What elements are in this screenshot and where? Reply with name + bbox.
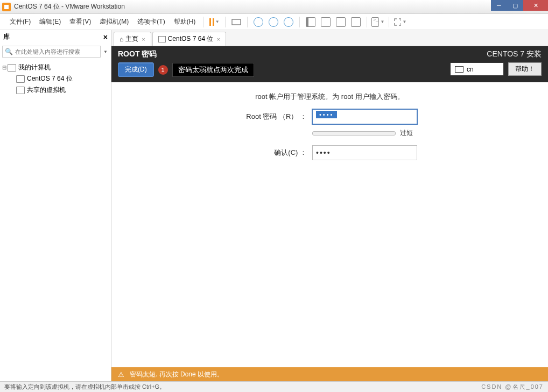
library-sidebar: 库 × 🔍 ▼ ⊟ 我的计算机 CentOS 7 64 位 共享的: [0, 30, 111, 381]
divider: [247, 17, 248, 27]
menu-vm[interactable]: 虚拟机(M): [95, 17, 133, 26]
keyboard-indicator[interactable]: cn: [450, 62, 504, 76]
menu-view[interactable]: 查看(V): [65, 17, 95, 26]
snapshot-icon: [254, 17, 263, 27]
confirm-password-input[interactable]: ••••: [312, 145, 417, 160]
manage-button[interactable]: [282, 16, 295, 28]
menu-tabs[interactable]: 选项卡(T): [133, 17, 169, 26]
annotation-badge: 1: [158, 65, 168, 75]
tree-shared-vms[interactable]: 共享的虚拟机: [1, 84, 110, 96]
pause-button[interactable]: ▼: [208, 16, 221, 28]
library-tree: ⊟ 我的计算机 CentOS 7 64 位 共享的虚拟机: [0, 60, 111, 98]
search-input[interactable]: [15, 48, 98, 55]
divider: [389, 17, 389, 27]
fullscreen-icon: [394, 18, 401, 26]
pause-icon: [209, 18, 214, 26]
password-strength-bar: [312, 131, 396, 136]
menu-edit[interactable]: 编辑(E): [35, 17, 65, 26]
sidebar-close-button[interactable]: ×: [103, 33, 108, 41]
keyboard-icon: [231, 18, 241, 26]
tree-label: 我的计算机: [18, 63, 51, 72]
tab-centos[interactable]: CentOS 7 64 位 ×: [152, 32, 226, 46]
chevron-down-icon: ▼: [215, 19, 220, 24]
vm-icon: [16, 75, 25, 83]
fullscreen-button[interactable]: ▼: [394, 16, 406, 28]
tab-close-button[interactable]: ×: [216, 36, 220, 42]
view-button-4[interactable]: [349, 16, 362, 28]
maximize-button[interactable]: ▢: [507, 0, 523, 11]
manage-icon: [284, 17, 293, 27]
svg-rect-0: [232, 19, 241, 25]
collapse-icon[interactable]: ⊟: [1, 65, 8, 70]
password-strength-text: 过短: [400, 129, 417, 138]
tree-my-computer[interactable]: ⊟ 我的计算机: [1, 62, 110, 73]
tab-label: 主页: [125, 34, 138, 44]
tab-home[interactable]: ⌂ 主页 ×: [114, 32, 151, 46]
divider: [367, 17, 367, 27]
header-right: CENTOS 7 安装 cn 帮助！: [450, 49, 542, 77]
help-button[interactable]: 帮助！: [508, 62, 542, 76]
menu-file[interactable]: 文件(F): [5, 17, 35, 26]
main-layout: 库 × 🔍 ▼ ⊟ 我的计算机 CentOS 7 64 位 共享的: [0, 30, 548, 381]
annotation-tip: 密码太弱就点两次完成: [172, 63, 254, 77]
vm-icon: [158, 36, 166, 42]
tree-centos-vm[interactable]: CentOS 7 64 位: [1, 73, 110, 84]
anaconda-header: ROOT 密码 完成(D) 1 密码太弱就点两次完成 CENTOS 7 安装 c…: [111, 46, 548, 82]
confirm-password-row: 确认(C) ： ••••: [111, 145, 548, 160]
app-icon: [2, 3, 11, 11]
menubar: 文件(F) 编辑(E) 查看(V) 虚拟机(M) 选项卡(T) 帮助(H) ▼ …: [0, 14, 548, 30]
view-icon: [306, 17, 315, 27]
window-title: CentOS 7 64 位 - VMware Workstation: [14, 2, 125, 11]
search-icon: 🔍: [5, 48, 13, 55]
tree-label: 共享的虚拟机: [27, 85, 66, 95]
form-area: root 帐户用于管理系统。为 root 用户输入密码。 Root 密码 （R）…: [111, 82, 548, 381]
statusbar: 要将输入定向到该虚拟机，请在虚拟机内部单击或按 Ctrl+G。 CSDN @名尺…: [0, 381, 548, 392]
view-button-2[interactable]: [319, 16, 332, 28]
done-row: 完成(D) 1 密码太弱就点两次完成: [118, 62, 254, 77]
search-row: 🔍 ▼: [0, 44, 111, 60]
view-button-3[interactable]: [334, 16, 347, 28]
tab-label: CentOS 7 64 位: [168, 34, 214, 44]
window-controls: ─ ▢ ✕: [491, 0, 548, 11]
tab-close-button[interactable]: ×: [142, 36, 145, 42]
statusbar-watermark: CSDN @名尺_007: [481, 383, 544, 391]
page-title: ROOT 密码: [118, 49, 157, 59]
keyboard-layout: cn: [467, 66, 474, 73]
form-description: root 帐户用于管理系统。为 root 用户输入密码。: [111, 92, 548, 102]
warning-bar: ⚠ 密码太短. 再次按 Done 以使用。: [111, 367, 548, 381]
done-button[interactable]: 完成(D): [118, 62, 154, 77]
tab-row: ⌂ 主页 × CentOS 7 64 位 ×: [111, 30, 548, 46]
root-password-input[interactable]: ••••: [312, 109, 417, 124]
window-titlebar: CentOS 7 64 位 - VMware Workstation ─ ▢ ✕: [0, 0, 548, 14]
search-dropdown[interactable]: ▼: [102, 49, 109, 54]
header-left: ROOT 密码 完成(D) 1 密码太弱就点两次完成: [118, 49, 254, 77]
search-box[interactable]: 🔍: [2, 46, 101, 58]
console-button[interactable]: >_▼: [371, 16, 384, 28]
sidebar-header: 库 ×: [0, 30, 111, 44]
view-button-1[interactable]: [304, 16, 317, 28]
revert-button[interactable]: [267, 16, 280, 28]
root-password-label: Root 密码 （R） ：: [242, 112, 307, 122]
view-icon: [321, 17, 331, 27]
minimize-button[interactable]: ─: [491, 0, 507, 11]
sidebar-title: 库: [3, 32, 10, 41]
content-area: ⌂ 主页 × CentOS 7 64 位 × ROOT 密码 完成(D) 1 密…: [111, 30, 548, 381]
computer-icon: [8, 64, 16, 72]
warning-text: 密码太短. 再次按 Done 以使用。: [130, 370, 223, 379]
divider: [225, 17, 226, 27]
send-ctrl-alt-del-button[interactable]: [230, 16, 243, 28]
tree-label: CentOS 7 64 位: [27, 74, 73, 83]
menu-help[interactable]: 帮助(H): [170, 17, 200, 26]
chevron-down-icon: ▼: [380, 19, 384, 24]
view-icon: [351, 17, 361, 27]
snapshot-button[interactable]: [252, 16, 265, 28]
confirm-password-label: 确认(C) ：: [242, 148, 307, 158]
divider: [203, 17, 203, 27]
strength-row: x 过短: [111, 129, 548, 138]
close-button[interactable]: ✕: [523, 0, 548, 11]
header-right-row: cn 帮助！: [450, 62, 542, 76]
warning-icon: ⚠: [118, 370, 124, 379]
shared-icon: [16, 87, 25, 94]
keyboard-icon: [455, 66, 463, 73]
divider: [299, 17, 300, 27]
